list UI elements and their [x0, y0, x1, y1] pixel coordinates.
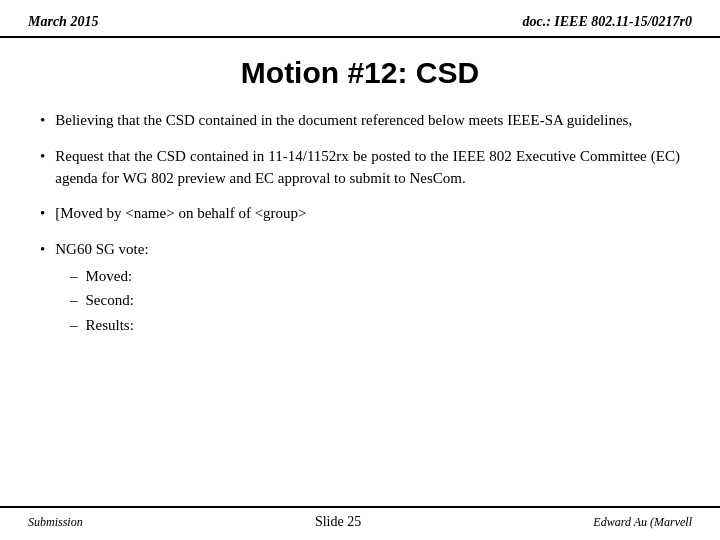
list-item: – Second: [70, 289, 134, 312]
slide: March 2015 doc.: IEEE 802.11-15/0217r0 M… [0, 0, 720, 540]
list-item: – Moved: [70, 265, 134, 288]
sub-dash: – [70, 314, 78, 337]
bullet-text: [Moved by <name> on behalf of <group> [55, 203, 680, 225]
title-area: Motion #12: CSD [0, 38, 720, 102]
bullet-text: NG60 SG vote: [55, 239, 148, 261]
slide-header: March 2015 doc.: IEEE 802.11-15/0217r0 [0, 0, 720, 38]
slide-footer: Submission Slide 25 Edward Au (Marvell [0, 506, 720, 540]
header-date: March 2015 [28, 14, 98, 30]
sub-bullet-text: Moved: [86, 265, 133, 288]
footer-submission: Submission [28, 515, 83, 530]
footer-slide-number: Slide 25 [315, 514, 361, 530]
sub-bullet-text: Second: [86, 289, 134, 312]
footer-author: Edward Au (Marvell [593, 515, 692, 530]
bullet-symbol: • [40, 146, 45, 168]
bullet-symbol: • [40, 110, 45, 132]
sub-bullet-text: Results: [86, 314, 134, 337]
bullet-symbol: • [40, 239, 45, 261]
list-item: – Results: [70, 314, 134, 337]
slide-title: Motion #12: CSD [28, 56, 692, 90]
list-item: • Request that the CSD contained in 11-1… [40, 146, 680, 190]
bullet-text: Believing that the CSD contained in the … [55, 110, 680, 132]
sub-dash: – [70, 265, 78, 288]
list-item: • NG60 SG vote: – Moved: – Second: – Res… [40, 239, 680, 342]
header-doc: doc.: IEEE 802.11-15/0217r0 [522, 14, 692, 30]
slide-content: • Believing that the CSD contained in th… [0, 102, 720, 506]
list-item: • [Moved by <name> on behalf of <group> [40, 203, 680, 225]
list-item: • Believing that the CSD contained in th… [40, 110, 680, 132]
bullet-symbol: • [40, 203, 45, 225]
sub-bullet-list: – Moved: – Second: – Results: [70, 265, 134, 339]
sub-dash: – [70, 289, 78, 312]
bullet-text: Request that the CSD contained in 11-14/… [55, 146, 680, 190]
